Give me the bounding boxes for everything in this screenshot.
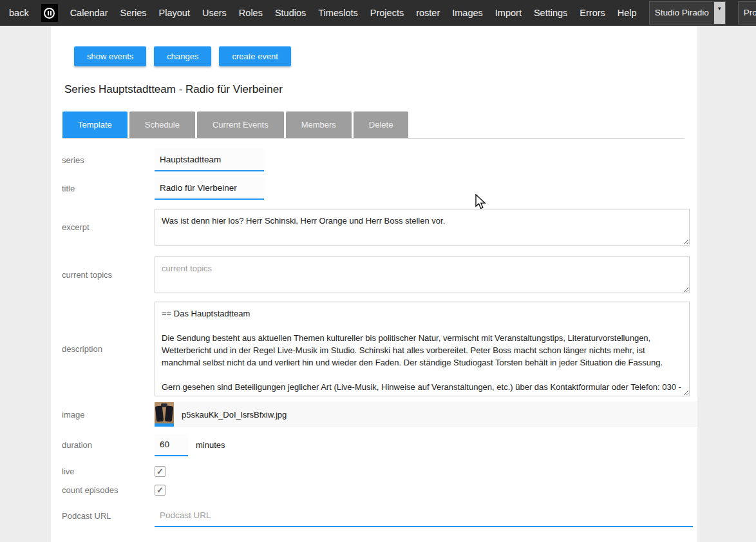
nav-item-settings[interactable]: Settings [534,8,567,18]
live-row: live ✓ [51,465,697,477]
tab-bar: Template Schedule Current Events Members… [62,111,697,138]
tab-current-events[interactable]: Current Events [197,111,284,138]
pause-circle-icon[interactable] [41,4,58,22]
image-label: image [62,410,155,420]
podcast-url-label: Podcast URL [62,511,155,521]
nav-item-playout[interactable]: Playout [159,8,190,18]
chevron-down-icon: ▼ [714,2,725,24]
count-episodes-row: count episodes ✓ [51,484,697,496]
description-textarea[interactable]: == Das Hauptstadtteam Die Sendung besteh… [155,302,690,396]
current-topics-textarea[interactable] [155,256,690,293]
current-topics-row: current topics [51,256,697,293]
nav-item-users[interactable]: Users [202,8,227,18]
excerpt-label: excerpt [62,222,155,232]
nav-item-help[interactable]: Help [618,8,637,18]
nav-item-roles[interactable]: Roles [239,8,263,18]
description-label: description [62,344,155,354]
duration-row: duration minutes [51,434,697,456]
podcast-url-row: Podcast URL [51,505,697,527]
image-strip: p5skauKk_DoI_lsrsBfxiw.jpg [155,402,697,427]
page-title: Series Hauptstadtteam - Radio für Vierbe… [64,83,697,96]
excerpt-row: excerpt Was ist denn hier los? Herr Schi… [51,209,697,246]
tab-delete[interactable]: Delete [354,111,409,138]
archive-url-input[interactable] [155,537,693,542]
tab-divider [62,138,685,139]
nav-item-calendar[interactable]: Calendar [70,8,108,18]
top-navbar: back Calendar Series Playout Users Roles… [0,0,756,26]
project-select-value: Project 88vier [739,2,756,24]
studio-select-value: Studio Piradio [650,2,714,24]
nav-item-projects[interactable]: Projects [370,8,404,18]
nav-item-roster[interactable]: roster [416,8,440,18]
nav-item-import[interactable]: Import [495,8,522,18]
excerpt-textarea[interactable]: Was ist denn hier los? Herr Schinski, He… [155,209,690,246]
content-card: show events changes create event Series … [51,26,697,542]
tab-members[interactable]: Members [286,111,352,138]
series-label: series [62,155,155,165]
tab-schedule[interactable]: Schedule [129,111,195,138]
count-episodes-label: count episodes [62,485,155,495]
count-episodes-checkbox[interactable]: ✓ [155,485,165,496]
live-checkbox[interactable]: ✓ [155,466,165,477]
pause-circle-glyph [44,8,55,19]
image-filename: p5skauKk_DoI_lsrsBfxiw.jpg [182,410,287,420]
series-image-thumbnail[interactable] [155,402,174,427]
archive-url-row: Archive URL [51,537,697,542]
duration-input[interactable] [155,434,188,456]
toolbar: show events changes create event [74,46,697,66]
duration-unit-label: minutes [196,440,225,450]
template-form: series title excerpt Was ist denn hier l… [51,149,697,542]
title-label: title [62,184,155,193]
image-row: image p5skauKk_DoI_lsrsBfxiw.jpg [51,402,697,427]
tab-template[interactable]: Template [62,111,128,138]
nav-item-studios[interactable]: Studios [275,8,306,18]
nav-item-series[interactable]: Series [120,8,146,18]
nav-item-errors[interactable]: Errors [580,8,605,18]
project-select[interactable]: Project 88vier ▼ [738,1,756,24]
live-label: live [62,467,155,476]
create-event-button[interactable]: create event [219,46,291,66]
changes-button[interactable]: changes [154,46,211,66]
nav-item-images[interactable]: Images [452,8,483,18]
duration-label: duration [62,440,155,450]
title-row: title [51,177,697,200]
podcast-url-input[interactable] [155,505,693,527]
nav-item-timeslots[interactable]: Timeslots [318,8,358,18]
nav-item-back[interactable]: back [9,8,29,18]
series-row: series [51,149,697,171]
series-input[interactable] [155,149,264,171]
description-row: description == Das Hauptstadtteam Die Se… [51,302,697,396]
current-topics-label: current topics [62,270,155,280]
studio-select[interactable]: Studio Piradio ▼ [649,1,726,24]
show-events-button[interactable]: show events [74,46,146,66]
title-input[interactable] [155,177,264,200]
